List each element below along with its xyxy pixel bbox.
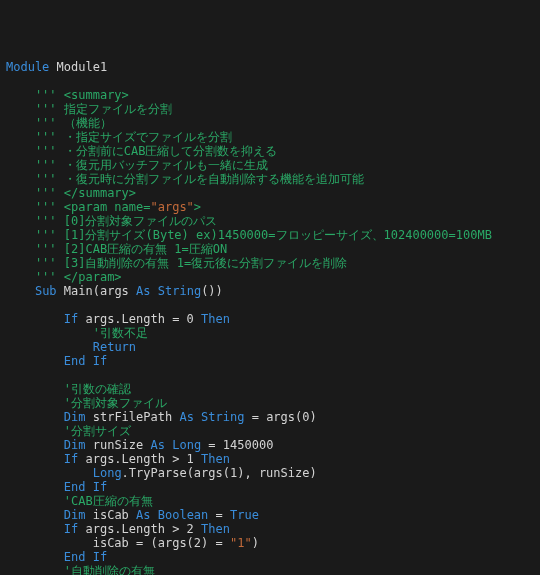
code-text: .TryParse(args(1), runSize): [122, 466, 317, 480]
code-text: = args(0): [244, 410, 316, 424]
comment-line: 'CAB圧縮の有無: [6, 494, 153, 508]
comment-line: ''' [0]分割対象ファイルのパス: [6, 214, 217, 228]
keyword-if: If: [64, 312, 78, 326]
keyword-long: Long: [93, 466, 122, 480]
code-text: isCab: [85, 508, 136, 522]
keyword-as: As: [136, 284, 150, 298]
code-text: ()): [201, 284, 223, 298]
comment-line: ''' ・指定サイズでファイルを分割: [6, 130, 232, 144]
comment-line: ''' [1]分割サイズ(Byte) ex)1450000=フロッピーサイズ、1…: [6, 228, 492, 242]
comment-line: '引数不足: [6, 326, 148, 340]
comment-line: ''' [2]CAB圧縮の有無 1=圧縮ON: [6, 242, 227, 256]
indent: [6, 522, 64, 536]
keyword-true: True: [230, 508, 259, 522]
keyword-dim: Dim: [64, 508, 86, 522]
comment-line: '自動削除の有無: [6, 564, 155, 575]
code-text: [151, 284, 158, 298]
code-text: = 1450000: [201, 438, 273, 452]
keyword-endif: End If: [64, 354, 107, 368]
code-text: [194, 410, 201, 424]
code-text: args.Length = 0: [78, 312, 201, 326]
keyword-sub: Sub: [35, 284, 57, 298]
comment-line: ''' 指定ファイルを分割: [6, 102, 172, 116]
string-literal: "1": [230, 536, 252, 550]
keyword-as: As: [136, 508, 150, 522]
keyword-if: If: [64, 452, 78, 466]
keyword-string: String: [201, 410, 244, 424]
indent: [6, 508, 64, 522]
string-literal: "args": [151, 200, 194, 214]
keyword-endif: End If: [64, 480, 107, 494]
comment-line: '分割サイズ: [6, 424, 131, 438]
comment-line: ''' ・復元時に分割ファイルを自動削除する機能を追加可能: [6, 172, 364, 186]
keyword-as: As: [179, 410, 193, 424]
module-id: Module1: [49, 60, 107, 74]
code-text: runSize: [85, 438, 150, 452]
indent: [6, 466, 93, 480]
code-text: strFilePath: [85, 410, 179, 424]
keyword-return: Return: [93, 340, 136, 354]
indent: [6, 410, 64, 424]
keyword-string: String: [158, 284, 201, 298]
comment-line: ''' [3]自動削除の有無 1=復元後に分割ファイルを削除: [6, 256, 347, 270]
code-text: [151, 508, 158, 522]
comment-line: ''' <summary>: [6, 88, 129, 102]
indent: [6, 452, 64, 466]
comment-line: '引数の確認: [6, 382, 131, 396]
comment-line: '分割対象ファイル: [6, 396, 167, 410]
comment-line: >: [194, 200, 201, 214]
keyword-then: Then: [201, 452, 230, 466]
keyword-long: Long: [172, 438, 201, 452]
code-text: args.Length > 1: [78, 452, 201, 466]
keyword-as: As: [151, 438, 165, 452]
comment-line: ''' <param name=: [6, 200, 151, 214]
code-text: Main(args: [57, 284, 136, 298]
indent: [6, 340, 93, 354]
keyword-dim: Dim: [64, 438, 86, 452]
keyword-module: Module: [6, 60, 49, 74]
indent: [6, 284, 35, 298]
comment-line: ''' ・復元用バッチファイルも一緒に生成: [6, 158, 268, 172]
keyword-then: Then: [201, 312, 230, 326]
indent: [6, 438, 64, 452]
keyword-endif: End If: [64, 550, 107, 564]
keyword-then: Then: [201, 522, 230, 536]
keyword-dim: Dim: [64, 410, 86, 424]
code-text: =: [208, 508, 230, 522]
comment-line: ''' </param>: [6, 270, 122, 284]
code-text: isCab = (args(2) =: [6, 536, 230, 550]
indent: [6, 480, 64, 494]
indent: [6, 354, 64, 368]
indent: [6, 550, 64, 564]
comment-line: ''' ・分割前にCAB圧縮して分割数を抑える: [6, 144, 277, 158]
comment-line: ''' （機能）: [6, 116, 112, 130]
keyword-if: If: [64, 522, 78, 536]
code-text: ): [252, 536, 259, 550]
code-text: args.Length > 2: [78, 522, 201, 536]
code-block: Module Module1 ''' <summary> ''' 指定ファイルを…: [6, 60, 534, 575]
keyword-boolean: Boolean: [158, 508, 209, 522]
indent: [6, 312, 64, 326]
comment-line: ''' </summary>: [6, 186, 136, 200]
